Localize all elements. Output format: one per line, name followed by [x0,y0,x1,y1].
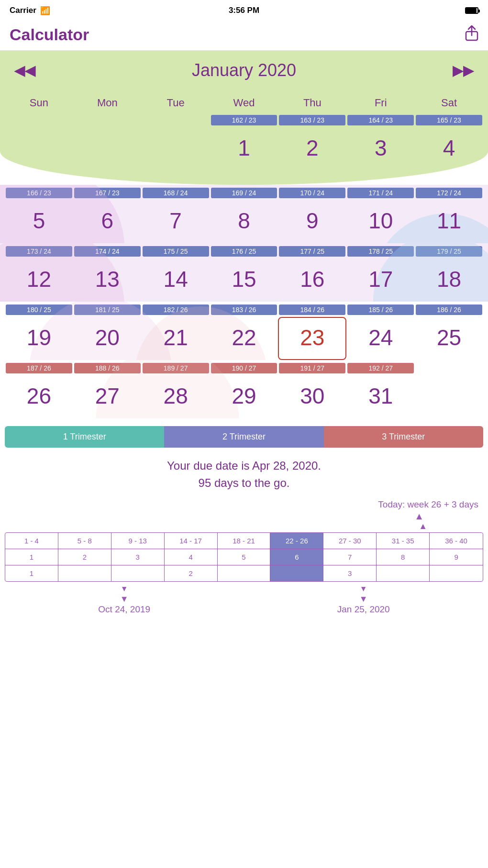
week-cell-162: 162 / 23 [211,115,277,125]
week-cell-176: 176 / 25 [211,246,277,257]
day-empty [73,127,142,170]
week-range-row3: 1 2 3 [5,565,483,581]
day-20[interactable]: 20 [73,317,142,360]
wr-sub-1: 1 [5,565,58,581]
day-6[interactable]: 6 [73,200,142,243]
day-30[interactable]: 30 [278,375,346,418]
status-carrier: Carrier 📶 [10,6,50,16]
day-27[interactable]: 27 [73,375,142,418]
day-21[interactable]: 21 [142,317,210,360]
week-cell-180: 180 / 25 [6,304,72,315]
day-7[interactable]: 7 [142,200,210,243]
week-cell-172: 172 / 24 [416,188,482,198]
wr-range-36-40: 36 - 40 [430,533,483,549]
day-10[interactable]: 10 [346,200,415,243]
day-29[interactable]: 29 [210,375,278,418]
week-cell-183: 183 / 26 [211,304,277,315]
day-11[interactable]: 11 [415,200,483,243]
day-14[interactable]: 14 [142,259,210,302]
week-cell-182: 182 / 26 [143,304,209,315]
carrier-label: Carrier [10,6,36,15]
wr-num-8: 8 [377,549,430,565]
trimester-bar: 1 Trimester 2 Trimester 3 Trimester [5,426,483,448]
bottom-date-label-1: Oct 24, 2019 [98,604,150,614]
day-header-sat: Sat [415,95,483,111]
week1-days: 1 2 3 4 [0,127,488,170]
day-16[interactable]: 16 [278,259,346,302]
day-5[interactable]: 5 [5,200,73,243]
status-time: 3:56 PM [229,6,259,15]
today-label: Today: week 26 + 3 days [378,499,478,509]
next-month-button[interactable]: ▶▶ [453,63,474,79]
today-arrow: ▲ [10,511,478,522]
week4-bar: 180 / 25 181 / 25 182 / 26 183 / 26 184 … [0,304,488,315]
month-title: January 2020 [192,60,296,80]
week-cell-171: 171 / 24 [347,188,414,198]
week3-days: 12 13 14 15 16 17 18 [0,259,488,302]
week-cell-186: 186 / 26 [416,304,482,315]
day-17[interactable]: 17 [346,259,415,302]
wr-range-9-13: 9 - 13 [111,533,165,549]
week-range-container: 1 - 4 5 - 8 9 - 13 14 - 17 18 - 21 22 - … [5,532,483,582]
day-25[interactable]: 25 [415,317,483,360]
week2-section: 166 / 23 167 / 23 168 / 24 169 / 24 170 … [0,185,488,243]
day-2[interactable]: 2 [278,127,346,170]
bottom-dates: ▼ Oct 24, 2019 ▼ Jan 25, 2020 [0,582,488,622]
day-empty-end [415,375,483,418]
day-15[interactable]: 15 [210,259,278,302]
week5-section: 187 / 26 188 / 26 189 / 27 190 / 27 191 … [0,360,488,418]
week-cell-166: 166 / 23 [6,188,72,198]
wr-sub-empty6 [430,565,483,581]
day-header-fri: Fri [346,95,415,111]
day-18[interactable]: 18 [415,259,483,302]
month-header: ◀◀ January 2020 ▶▶ [0,51,488,95]
day-empty [5,127,73,170]
day-28[interactable]: 28 [142,375,210,418]
week-range-row1: 1 - 4 5 - 8 9 - 13 14 - 17 18 - 21 22 - … [5,533,483,549]
day-4[interactable]: 4 [415,127,483,170]
week-cell-165: 165 / 23 [416,115,482,125]
day-header-sun: Sun [5,95,73,111]
prev-month-button[interactable]: ◀◀ [14,63,35,79]
first-week-bg: ◀◀ January 2020 ▶▶ Sun Mon Tue Wed Thu F… [0,51,488,185]
trimester-1: 1 Trimester [5,426,164,448]
wr-range-14-17: 14 - 17 [165,533,218,549]
week4-days: 19 20 21 22 23 24 25 [0,317,488,360]
week-cell [143,115,209,125]
week-cell-173: 173 / 24 [6,246,72,257]
week-cell-181: 181 / 25 [74,304,141,315]
day-8[interactable]: 8 [210,200,278,243]
week3-bar: 173 / 24 174 / 24 175 / 25 176 / 25 177 … [0,246,488,257]
week5-bar: 187 / 26 188 / 26 189 / 27 190 / 27 191 … [0,363,488,373]
wr-num-3: 3 [111,549,165,565]
share-button[interactable] [465,25,478,45]
week-cell-191: 191 / 27 [279,363,345,373]
day-19[interactable]: 19 [5,317,73,360]
day-header-tue: Tue [142,95,210,111]
day-13[interactable]: 13 [73,259,142,302]
day-22[interactable]: 22 [210,317,278,360]
day-1[interactable]: 1 [210,127,278,170]
bottom-date-2: ▼ Jan 25, 2020 [337,585,390,615]
day-23-today[interactable]: 23 [278,317,346,360]
day-headers: Sun Mon Tue Wed Thu Fri Sat [0,95,488,111]
day-12[interactable]: 12 [5,259,73,302]
day-24[interactable]: 24 [346,317,415,360]
week5-days: 26 27 28 29 30 31 [0,375,488,418]
week-cell-185: 185 / 26 [347,304,414,315]
bottom-date-label-2: Jan 25, 2020 [337,604,390,614]
day-26[interactable]: 26 [5,375,73,418]
day-31[interactable]: 31 [346,375,415,418]
week-cell-169: 169 / 24 [211,188,277,198]
week-cell-177: 177 / 25 [279,246,345,257]
day-3[interactable]: 3 [346,127,415,170]
status-battery [465,7,478,14]
week-cell-168: 168 / 24 [143,188,209,198]
wr-sub-empty4 [270,565,323,581]
week-cell-164: 164 / 23 [347,115,414,125]
due-date-line2: 95 days to the go. [10,474,478,492]
wr-range-5-8: 5 - 8 [58,533,111,549]
week-cell-189: 189 / 27 [143,363,209,373]
day-9[interactable]: 9 [278,200,346,243]
trimester-3: 3 Trimester [324,426,483,448]
